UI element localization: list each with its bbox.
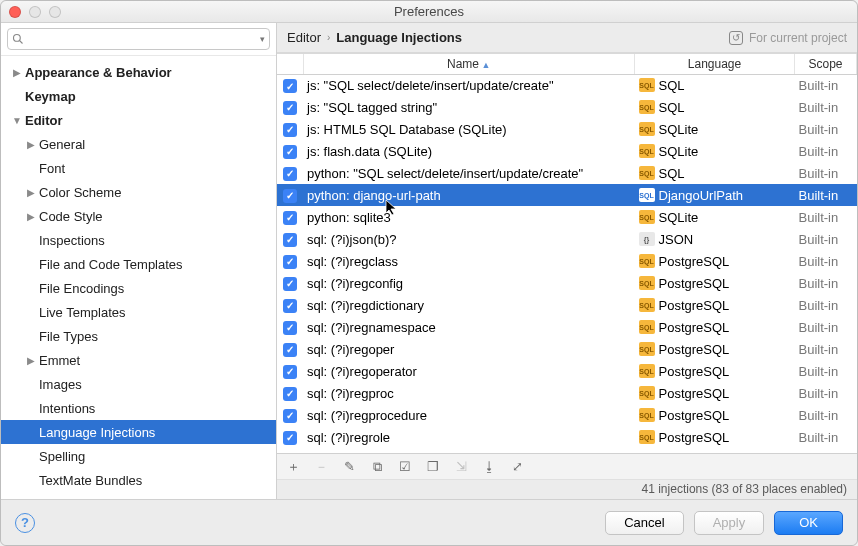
sidebar-item-file-types[interactable]: File Types xyxy=(1,324,276,348)
table-row[interactable]: sql: (?i)regclassSQLPostgreSQLBuilt-in xyxy=(277,250,857,272)
language-icon: SQL xyxy=(639,320,655,334)
for-project-label: For current project xyxy=(749,31,847,45)
table-row[interactable]: sql: (?i)regprocSQLPostgreSQLBuilt-in xyxy=(277,382,857,404)
col-scope[interactable]: Scope xyxy=(795,54,857,74)
search-field[interactable] xyxy=(28,32,258,46)
col-language[interactable]: Language xyxy=(635,54,795,74)
row-checkbox[interactable] xyxy=(283,233,297,247)
row-scope: Built-in xyxy=(795,360,857,382)
row-checkbox[interactable] xyxy=(283,387,297,401)
row-name: js: HTML5 SQL Database (SQLite) xyxy=(303,118,635,140)
table-row[interactable]: sql: (?i)regconfigSQLPostgreSQLBuilt-in xyxy=(277,272,857,294)
row-checkbox[interactable] xyxy=(283,431,297,445)
sidebar-item-images[interactable]: Images xyxy=(1,372,276,396)
sidebar-item-label: Keymap xyxy=(25,89,76,104)
col-checkbox[interactable] xyxy=(277,54,303,74)
sidebar-item-textmate-bundles[interactable]: TextMate Bundles xyxy=(1,468,276,492)
sidebar-item-intentions[interactable]: Intentions xyxy=(1,396,276,420)
row-name: sql: (?i)regnamespace xyxy=(303,316,635,338)
table-row[interactable]: sql: (?i)json(b)?{}JSONBuilt-in xyxy=(277,228,857,250)
help-icon[interactable]: ? xyxy=(15,513,35,533)
maximize-icon[interactable] xyxy=(49,6,61,18)
enable-icon[interactable]: ☑ xyxy=(397,459,413,475)
breadcrumb: Editor › Language Injections For current… xyxy=(277,23,857,53)
sidebar-item-language-injections[interactable]: Language Injections xyxy=(1,420,276,444)
ok-button[interactable]: OK xyxy=(774,511,843,535)
disclosure-icon: ▶ xyxy=(25,139,37,150)
row-scope: Built-in xyxy=(795,294,857,316)
table-row[interactable]: sql: (?i)regdictionarySQLPostgreSQLBuilt… xyxy=(277,294,857,316)
table-row[interactable]: sql: (?i)regroleSQLPostgreSQLBuilt-in xyxy=(277,426,857,448)
sidebar-item-color-scheme[interactable]: ▶Color Scheme xyxy=(1,180,276,204)
add-icon[interactable]: ＋ xyxy=(285,459,301,475)
sidebar-item-todo[interactable]: TODO xyxy=(1,492,276,499)
sidebar-item-appearance-behavior[interactable]: ▶Appearance & Behavior xyxy=(1,60,276,84)
row-checkbox[interactable] xyxy=(283,321,297,335)
sidebar-item-label: File Types xyxy=(39,329,98,344)
sidebar-item-inspections[interactable]: Inspections xyxy=(1,228,276,252)
breadcrumb-parent[interactable]: Editor xyxy=(287,30,321,45)
sidebar-item-emmet[interactable]: ▶Emmet xyxy=(1,348,276,372)
duplicate-icon[interactable]: ❐ xyxy=(425,459,441,475)
row-language: PostgreSQL xyxy=(659,408,730,423)
row-scope: Built-in xyxy=(795,426,857,448)
row-checkbox[interactable] xyxy=(283,79,297,93)
sidebar-item-font[interactable]: Font xyxy=(1,156,276,180)
cancel-button[interactable]: Cancel xyxy=(605,511,683,535)
sidebar-item-label: File Encodings xyxy=(39,281,124,296)
row-checkbox[interactable] xyxy=(283,365,297,379)
row-name: sql: (?i)regproc xyxy=(303,382,635,404)
row-checkbox[interactable] xyxy=(283,255,297,269)
row-checkbox[interactable] xyxy=(283,277,297,291)
sidebar-item-label: Spelling xyxy=(39,449,85,464)
table-row[interactable]: js: flash.data (SQLite)SQLSQLiteBuilt-in xyxy=(277,140,857,162)
sidebar-item-general[interactable]: ▶General xyxy=(1,132,276,156)
minimize-icon[interactable] xyxy=(29,6,41,18)
sidebar-item-file-encodings[interactable]: File Encodings xyxy=(1,276,276,300)
table-row[interactable]: sql: (?i)regnamespaceSQLPostgreSQLBuilt-… xyxy=(277,316,857,338)
sidebar-item-spelling[interactable]: Spelling xyxy=(1,444,276,468)
copy-icon[interactable]: ⧉ xyxy=(369,459,385,475)
table-row[interactable]: sql: (?i)regoperatorSQLPostgreSQLBuilt-i… xyxy=(277,360,857,382)
table-row[interactable]: js: "SQL select/delete/insert/update/cre… xyxy=(277,74,857,96)
sidebar-item-label: Intentions xyxy=(39,401,95,416)
language-icon: SQL xyxy=(639,342,655,356)
table-row[interactable]: python: "SQL select/delete/insert/update… xyxy=(277,162,857,184)
row-checkbox[interactable] xyxy=(283,167,297,181)
row-checkbox[interactable] xyxy=(283,123,297,137)
col-name[interactable]: Name xyxy=(303,54,635,74)
table-row[interactable]: sql: (?i)regoperSQLPostgreSQLBuilt-in xyxy=(277,338,857,360)
export-icon[interactable]: ⤢ xyxy=(509,459,525,475)
import-icon[interactable]: ⭳ xyxy=(481,459,497,475)
table-row[interactable]: python: sqlite3SQLSQLiteBuilt-in xyxy=(277,206,857,228)
search-input[interactable]: ▾ xyxy=(7,28,270,50)
row-name: sql: (?i)regoperator xyxy=(303,360,635,382)
reset-icon[interactable] xyxy=(729,31,743,45)
search-history-icon[interactable]: ▾ xyxy=(260,34,265,44)
row-language: DjangoUrlPath xyxy=(659,188,744,203)
sidebar-item-editor[interactable]: ▼Editor xyxy=(1,108,276,132)
row-checkbox[interactable] xyxy=(283,145,297,159)
row-name: js: "SQL select/delete/insert/update/cre… xyxy=(303,74,635,96)
sidebar-item-file-and-code-templates[interactable]: File and Code Templates xyxy=(1,252,276,276)
injections-table[interactable]: Name Language Scope js: "SQL select/dele… xyxy=(277,53,857,453)
row-checkbox[interactable] xyxy=(283,409,297,423)
sidebar-item-keymap[interactable]: Keymap xyxy=(1,84,276,108)
sidebar-item-live-templates[interactable]: Live Templates xyxy=(1,300,276,324)
close-icon[interactable] xyxy=(9,6,21,18)
table-row[interactable]: sql: (?i)regprocedureSQLPostgreSQLBuilt-… xyxy=(277,404,857,426)
row-checkbox[interactable] xyxy=(283,189,297,203)
settings-tree[interactable]: ▶Appearance & BehaviorKeymap▼Editor▶Gene… xyxy=(1,56,276,499)
row-name: python: django-url-path xyxy=(303,184,635,206)
row-checkbox[interactable] xyxy=(283,343,297,357)
sidebar-item-code-style[interactable]: ▶Code Style xyxy=(1,204,276,228)
row-checkbox[interactable] xyxy=(283,211,297,225)
row-language: SQLite xyxy=(659,210,699,225)
edit-icon[interactable]: ✎ xyxy=(341,459,357,475)
language-icon: SQL xyxy=(639,298,655,312)
table-row[interactable]: python: django-url-pathSQLDjangoUrlPathB… xyxy=(277,184,857,206)
table-row[interactable]: js: "SQL tagged string"SQLSQLBuilt-in xyxy=(277,96,857,118)
row-checkbox[interactable] xyxy=(283,101,297,115)
table-row[interactable]: js: HTML5 SQL Database (SQLite)SQLSQLite… xyxy=(277,118,857,140)
row-checkbox[interactable] xyxy=(283,299,297,313)
